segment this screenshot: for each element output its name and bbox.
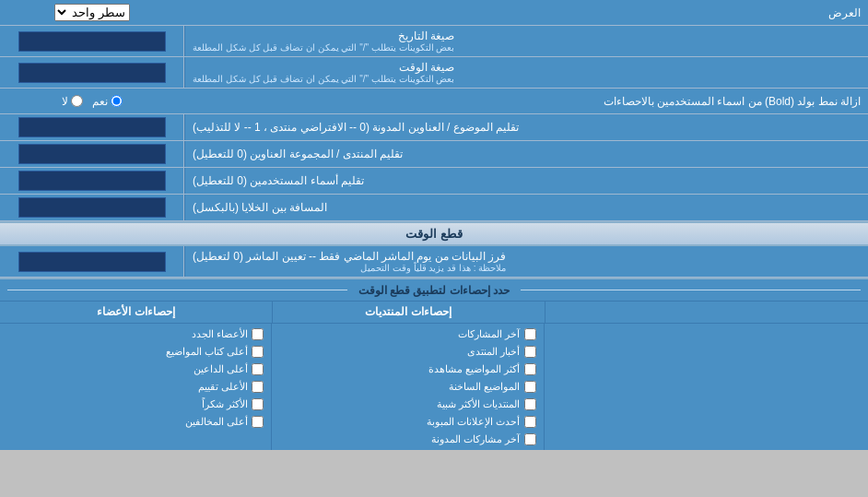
date-format-input[interactable]: d-m — [18, 31, 166, 52]
time-cut-input[interactable]: 0 — [18, 252, 166, 272]
stats-col-header-forums: إحصاءات المنتديات — [272, 302, 545, 323]
bold-remove-row: ازالة نمط بولد (Bold) من اسماء المستخدمي… — [0, 89, 868, 114]
checkbox-forum-news[interactable] — [524, 346, 536, 358]
stats-item: المواضيع الساخنة — [276, 378, 539, 396]
checkbox-new-members[interactable] — [252, 328, 264, 340]
stats-section: حدد إحصاءات لتطبيق قطع الوقت إحصاءات الم… — [0, 278, 868, 450]
forum-titles-row: تقليم المنتدى / المجموعة العناوين (0 للت… — [0, 141, 868, 168]
bold-no-radio[interactable] — [71, 95, 83, 107]
stats-item: أكثر المواضيع مشاهدة — [276, 361, 539, 378]
time-cut-input-wrapper: 0 — [0, 246, 184, 277]
user-names-input[interactable]: 0 — [18, 171, 166, 191]
display-row: العرض سطر واحدسطرينثلاثة أسطر — [0, 0, 868, 26]
date-format-label: صيغة التاريخ بعض التكوينات يتطلب "/" الت… — [184, 26, 868, 56]
checkbox-latest-classifieds[interactable] — [524, 416, 536, 428]
time-format-label: صيغة الوقت بعض التكوينات يتطلب "/" التي … — [184, 57, 868, 88]
time-cut-label: فرز البيانات من يوم الماشر الماضي فقط --… — [184, 246, 868, 277]
user-names-input-wrapper: 0 — [0, 168, 184, 194]
forum-titles-input[interactable]: 33 — [18, 144, 166, 164]
stats-item: آخر المشاركات — [276, 325, 539, 343]
stats-rows: آخر المشاركات أخبار المنتدى أكثر المواضي… — [0, 324, 868, 450]
time-cut-header: قطع الوقت — [0, 221, 868, 246]
checkbox-top-inviters[interactable] — [252, 363, 264, 375]
time-format-input[interactable]: H:i — [18, 63, 166, 83]
checkbox-blog-posts[interactable] — [524, 433, 536, 445]
stats-item: المنتديات الأكثر شبية — [276, 396, 539, 413]
display-select[interactable]: سطر واحدسطرينثلاثة أسطر — [54, 4, 130, 21]
subject-titles-input[interactable]: 33 — [18, 117, 166, 137]
stats-col-empty — [544, 324, 869, 450]
stats-item: الأعلى تقييم — [4, 378, 267, 396]
subject-titles-label: تقليم الموضوع / العناوين المدونة (0 -- ا… — [184, 114, 868, 140]
checkbox-similar-forums[interactable] — [524, 398, 536, 410]
forum-titles-input-wrapper: 33 — [0, 141, 184, 167]
cell-spacing-input[interactable]: 2 — [18, 197, 166, 218]
stats-col-members: الأعضاء الجدد أعلى كتاب المواضيع أعلى ال… — [0, 324, 271, 450]
stats-col-header-empty — [545, 302, 869, 323]
stats-item: أعلى الداعين — [4, 361, 267, 378]
checkbox-last-posts[interactable] — [524, 328, 536, 340]
bold-remove-options: نعم لا — [0, 92, 184, 111]
bold-yes-radio[interactable] — [111, 95, 123, 107]
date-format-input-wrapper: d-m — [0, 26, 184, 56]
stats-item: أعلى كتاب المواضيع — [4, 343, 267, 361]
apply-label: حدد إحصاءات لتطبيق قطع الوقت — [347, 284, 521, 297]
user-names-label: تقليم أسماء المستخدمين (0 للتعطيل) — [184, 168, 868, 194]
stats-col-header-members: إحصاءات الأعضاء — [0, 302, 272, 323]
forum-titles-label: تقليم المنتدى / المجموعة العناوين (0 للت… — [184, 141, 868, 167]
checkbox-top-rated[interactable] — [252, 381, 264, 393]
bold-remove-yes[interactable]: نعم — [92, 95, 123, 108]
stats-item: أعلى المخالفين — [4, 413, 267, 431]
stats-item: أخبار المنتدى — [276, 343, 539, 361]
display-label: العرض — [184, 3, 868, 23]
user-names-row: تقليم أسماء المستخدمين (0 للتعطيل) 0 — [0, 168, 868, 195]
time-format-input-wrapper: H:i — [0, 57, 184, 88]
bold-remove-no[interactable]: لا — [62, 95, 83, 108]
cell-spacing-row: المسافة بين الخلايا (بالبكسل) 2 — [0, 195, 868, 221]
checkbox-hot-topics[interactable] — [524, 381, 536, 393]
cell-spacing-input-wrapper: 2 — [0, 195, 184, 220]
subject-titles-input-wrapper: 33 — [0, 114, 184, 140]
checkbox-top-violators[interactable] — [252, 416, 264, 428]
main-container: العرض سطر واحدسطرينثلاثة أسطر صيغة التار… — [0, 0, 868, 450]
time-cut-row: فرز البيانات من يوم الماشر الماضي فقط --… — [0, 246, 868, 278]
date-format-row: صيغة التاريخ بعض التكوينات يتطلب "/" الت… — [0, 26, 868, 57]
apply-row: حدد إحصاءات لتطبيق قطع الوقت — [0, 279, 868, 302]
stats-header-row: إحصاءات المنتديات إحصاءات الأعضاء — [0, 302, 868, 324]
cell-spacing-label: المسافة بين الخلايا (بالبكسل) — [184, 195, 868, 220]
stats-col-forums: آخر المشاركات أخبار المنتدى أكثر المواضي… — [271, 324, 543, 450]
time-format-row: صيغة الوقت بعض التكوينات يتطلب "/" التي … — [0, 57, 868, 89]
display-input-wrapper: سطر واحدسطرينثلاثة أسطر — [0, 1, 184, 24]
stats-item: الأعضاء الجدد — [4, 325, 267, 343]
stats-item: أحدث الإعلانات المبوبة — [276, 413, 539, 431]
checkbox-top-authors[interactable] — [252, 346, 264, 358]
stats-item: آخر مشاركات المدونة — [276, 431, 539, 448]
checkbox-most-thanked[interactable] — [252, 398, 264, 410]
bold-remove-label: ازالة نمط بولد (Bold) من اسماء المستخدمي… — [184, 91, 868, 112]
stats-item: الأكثر شكراً — [4, 396, 267, 413]
subject-titles-row: تقليم الموضوع / العناوين المدونة (0 -- ا… — [0, 114, 868, 141]
checkbox-most-viewed[interactable] — [524, 363, 536, 375]
